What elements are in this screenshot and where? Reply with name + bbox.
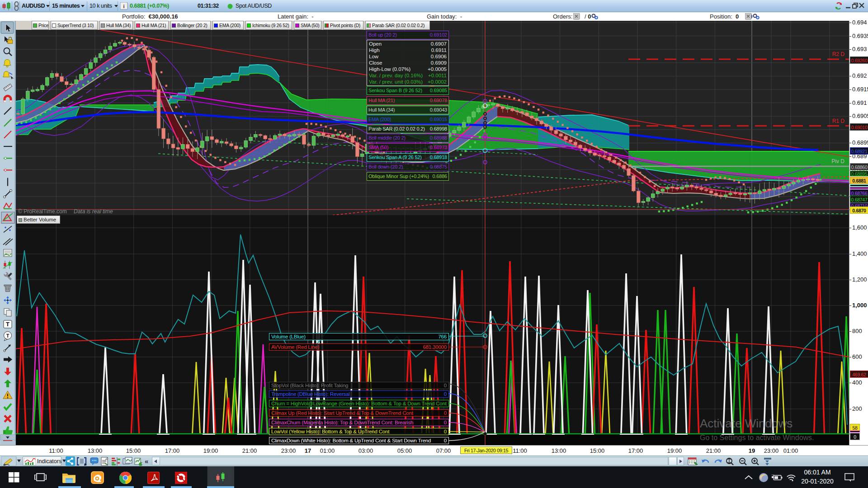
svg-text:Go to Settings to activate Win: Go to Settings to activate Windows. xyxy=(700,434,814,441)
svg-text:R2 D: R2 D xyxy=(832,51,845,57)
svg-text:Data is real time: Data is real time xyxy=(74,208,113,215)
svg-text:i: i xyxy=(123,4,124,9)
svg-text:Activate Windows: Activate Windows xyxy=(700,417,793,430)
svg-text:© ProRealTime.com: © ProRealTime.com xyxy=(18,208,67,215)
svg-text:Piv D: Piv D xyxy=(831,158,844,164)
svg-text:R1 D: R1 D xyxy=(832,118,845,124)
svg-text:T: T xyxy=(6,321,9,328)
svg-text:T: T xyxy=(6,333,9,338)
